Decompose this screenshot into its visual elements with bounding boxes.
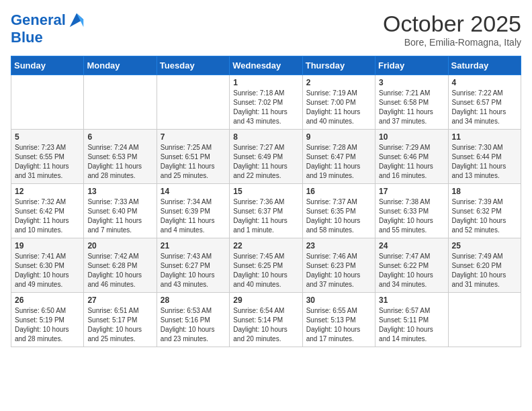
day-number: 5 <box>15 132 80 142</box>
day-content: Sunrise: 7:37 AM Sunset: 6:35 PM Dayligh… <box>306 197 371 235</box>
logo-icon <box>67 11 86 30</box>
calendar-week-row: 19Sunrise: 7:41 AM Sunset: 6:30 PM Dayli… <box>11 238 521 293</box>
day-number: 27 <box>87 295 152 305</box>
day-content: Sunrise: 7:29 AM Sunset: 6:46 PM Dayligh… <box>379 143 444 181</box>
calendar-day-22: 22Sunrise: 7:45 AM Sunset: 6:25 PM Dayli… <box>230 238 302 293</box>
col-header-tuesday: Tuesday <box>157 56 229 75</box>
col-header-sunday: Sunday <box>11 56 84 75</box>
day-content: Sunrise: 6:57 AM Sunset: 5:11 PM Dayligh… <box>379 306 444 344</box>
day-content: Sunrise: 7:39 AM Sunset: 6:32 PM Dayligh… <box>452 197 517 235</box>
empty-day-cell <box>84 75 157 130</box>
empty-day-cell <box>448 293 521 347</box>
calendar-day-26: 26Sunrise: 6:50 AM Sunset: 5:19 PM Dayli… <box>11 293 84 347</box>
calendar-table: SundayMondayTuesdayWednesdayThursdayFrid… <box>11 56 521 347</box>
day-number: 21 <box>161 241 226 250</box>
day-number: 4 <box>452 78 517 87</box>
day-content: Sunrise: 6:50 AM Sunset: 5:19 PM Dayligh… <box>15 306 80 344</box>
calendar-week-row: 26Sunrise: 6:50 AM Sunset: 5:19 PM Dayli… <box>11 293 521 347</box>
day-content: Sunrise: 7:21 AM Sunset: 6:58 PM Dayligh… <box>379 89 444 126</box>
col-header-friday: Friday <box>375 56 448 75</box>
day-content: Sunrise: 7:25 AM Sunset: 6:51 PM Dayligh… <box>161 143 226 181</box>
day-content: Sunrise: 7:36 AM Sunset: 6:37 PM Dayligh… <box>233 197 298 235</box>
day-number: 16 <box>306 187 371 196</box>
calendar-day-12: 12Sunrise: 7:32 AM Sunset: 6:42 PM Dayli… <box>11 184 84 238</box>
calendar-day-16: 16Sunrise: 7:37 AM Sunset: 6:35 PM Dayli… <box>302 184 375 238</box>
col-header-thursday: Thursday <box>302 56 375 75</box>
col-header-wednesday: Wednesday <box>230 56 302 75</box>
calendar-day-18: 18Sunrise: 7:39 AM Sunset: 6:32 PM Dayli… <box>448 184 521 238</box>
calendar-day-4: 4Sunrise: 7:22 AM Sunset: 6:57 PM Daylig… <box>448 75 521 130</box>
day-number: 15 <box>233 187 298 196</box>
logo-text-blue: Blue <box>11 30 86 46</box>
day-number: 18 <box>452 187 517 196</box>
day-number: 7 <box>161 132 226 142</box>
calendar-day-9: 9Sunrise: 7:28 AM Sunset: 6:47 PM Daylig… <box>302 130 375 184</box>
day-content: Sunrise: 7:24 AM Sunset: 6:53 PM Dayligh… <box>87 143 152 181</box>
day-number: 23 <box>306 241 371 250</box>
day-content: Sunrise: 7:43 AM Sunset: 6:27 PM Dayligh… <box>161 252 226 289</box>
calendar-day-25: 25Sunrise: 7:49 AM Sunset: 6:20 PM Dayli… <box>448 238 521 293</box>
calendar-header-row: SundayMondayTuesdayWednesdayThursdayFrid… <box>11 56 521 75</box>
month-title: October 2025 <box>383 11 521 37</box>
calendar-day-20: 20Sunrise: 7:42 AM Sunset: 6:28 PM Dayli… <box>84 238 157 293</box>
calendar-day-1: 1Sunrise: 7:18 AM Sunset: 7:02 PM Daylig… <box>230 75 302 130</box>
day-number: 10 <box>379 132 444 142</box>
day-content: Sunrise: 7:45 AM Sunset: 6:25 PM Dayligh… <box>233 252 298 289</box>
calendar-week-row: 5Sunrise: 7:23 AM Sunset: 6:55 PM Daylig… <box>11 130 521 184</box>
calendar-day-2: 2Sunrise: 7:19 AM Sunset: 7:00 PM Daylig… <box>302 75 375 130</box>
calendar-day-31: 31Sunrise: 6:57 AM Sunset: 5:11 PM Dayli… <box>375 293 448 347</box>
day-content: Sunrise: 6:55 AM Sunset: 5:13 PM Dayligh… <box>306 306 371 344</box>
calendar-day-21: 21Sunrise: 7:43 AM Sunset: 6:27 PM Dayli… <box>157 238 229 293</box>
day-content: Sunrise: 6:51 AM Sunset: 5:17 PM Dayligh… <box>87 306 152 344</box>
day-number: 25 <box>452 241 517 250</box>
calendar-day-13: 13Sunrise: 7:33 AM Sunset: 6:40 PM Dayli… <box>84 184 157 238</box>
day-number: 19 <box>15 241 80 250</box>
calendar-day-23: 23Sunrise: 7:46 AM Sunset: 6:23 PM Dayli… <box>302 238 375 293</box>
calendar-day-17: 17Sunrise: 7:38 AM Sunset: 6:33 PM Dayli… <box>375 184 448 238</box>
day-number: 11 <box>452 132 517 142</box>
day-number: 26 <box>15 295 80 305</box>
day-number: 28 <box>161 295 226 305</box>
day-number: 13 <box>87 187 152 196</box>
empty-day-cell <box>157 75 229 130</box>
day-content: Sunrise: 7:49 AM Sunset: 6:20 PM Dayligh… <box>452 252 517 289</box>
day-content: Sunrise: 7:19 AM Sunset: 7:00 PM Dayligh… <box>306 89 371 126</box>
day-content: Sunrise: 7:23 AM Sunset: 6:55 PM Dayligh… <box>15 143 80 181</box>
day-content: Sunrise: 7:42 AM Sunset: 6:28 PM Dayligh… <box>87 252 152 289</box>
calendar-day-5: 5Sunrise: 7:23 AM Sunset: 6:55 PM Daylig… <box>11 130 84 184</box>
calendar-day-14: 14Sunrise: 7:34 AM Sunset: 6:39 PM Dayli… <box>157 184 229 238</box>
day-number: 20 <box>87 241 152 250</box>
calendar-day-8: 8Sunrise: 7:27 AM Sunset: 6:49 PM Daylig… <box>230 130 302 184</box>
day-content: Sunrise: 7:18 AM Sunset: 7:02 PM Dayligh… <box>233 89 298 126</box>
calendar-week-row: 12Sunrise: 7:32 AM Sunset: 6:42 PM Dayli… <box>11 184 521 238</box>
day-number: 1 <box>233 78 298 87</box>
col-header-saturday: Saturday <box>448 56 521 75</box>
calendar-day-10: 10Sunrise: 7:29 AM Sunset: 6:46 PM Dayli… <box>375 130 448 184</box>
day-content: Sunrise: 7:27 AM Sunset: 6:49 PM Dayligh… <box>233 143 298 181</box>
page-header: General Blue October 2025 Bore, Emilia-R… <box>11 11 521 48</box>
day-content: Sunrise: 7:46 AM Sunset: 6:23 PM Dayligh… <box>306 252 371 289</box>
day-number: 9 <box>306 132 371 142</box>
day-content: Sunrise: 7:28 AM Sunset: 6:47 PM Dayligh… <box>306 143 371 181</box>
calendar-day-29: 29Sunrise: 6:54 AM Sunset: 5:14 PM Dayli… <box>230 293 302 347</box>
calendar-day-7: 7Sunrise: 7:25 AM Sunset: 6:51 PM Daylig… <box>157 130 229 184</box>
title-block: October 2025 Bore, Emilia-Romagna, Italy <box>383 11 521 48</box>
location: Bore, Emilia-Romagna, Italy <box>383 37 521 48</box>
day-number: 6 <box>87 132 152 142</box>
day-number: 29 <box>233 295 298 305</box>
day-content: Sunrise: 7:30 AM Sunset: 6:44 PM Dayligh… <box>452 143 517 181</box>
day-number: 22 <box>233 241 298 250</box>
day-content: Sunrise: 6:53 AM Sunset: 5:16 PM Dayligh… <box>161 306 226 344</box>
empty-day-cell <box>11 75 84 130</box>
day-number: 14 <box>161 187 226 196</box>
day-number: 30 <box>306 295 371 305</box>
day-number: 24 <box>379 241 444 250</box>
day-content: Sunrise: 7:38 AM Sunset: 6:33 PM Dayligh… <box>379 197 444 235</box>
calendar-day-30: 30Sunrise: 6:55 AM Sunset: 5:13 PM Dayli… <box>302 293 375 347</box>
calendar-day-28: 28Sunrise: 6:53 AM Sunset: 5:16 PM Dayli… <box>157 293 229 347</box>
calendar-day-24: 24Sunrise: 7:47 AM Sunset: 6:22 PM Dayli… <box>375 238 448 293</box>
day-content: Sunrise: 7:41 AM Sunset: 6:30 PM Dayligh… <box>15 252 80 289</box>
calendar-day-3: 3Sunrise: 7:21 AM Sunset: 6:58 PM Daylig… <box>375 75 448 130</box>
calendar-day-19: 19Sunrise: 7:41 AM Sunset: 6:30 PM Dayli… <box>11 238 84 293</box>
day-content: Sunrise: 7:32 AM Sunset: 6:42 PM Dayligh… <box>15 197 80 235</box>
